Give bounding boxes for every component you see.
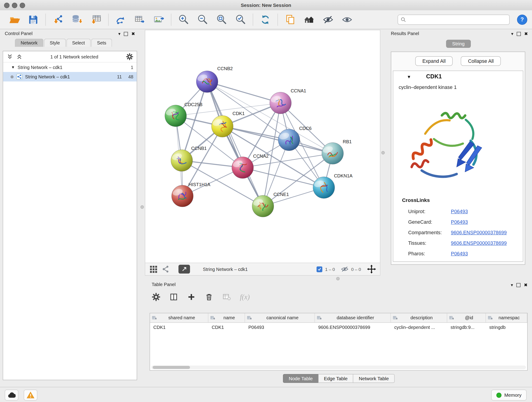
tab-edge-table[interactable]: Edge Table (318, 374, 354, 383)
column-sort-icon[interactable] (210, 315, 215, 320)
gear-icon[interactable] (126, 53, 133, 61)
neighborhood-button[interactable] (303, 13, 316, 26)
crosslink-link[interactable]: P06493 (451, 219, 468, 225)
cloud-button[interactable] (5, 390, 18, 400)
crosslink-link[interactable]: P06493 (451, 251, 468, 256)
network-list-panel: 1 of 1 Network selected ▼ String Network… (3, 51, 137, 380)
window-minimize-button[interactable] (12, 3, 17, 8)
pan-crosshair-icon[interactable] (367, 265, 376, 274)
table-cell: stringdb:9... (447, 325, 486, 330)
zoom-selected-button[interactable] (234, 13, 247, 26)
tab-style[interactable]: Style (44, 39, 66, 47)
column-header-canonical-name[interactable]: canonical name (245, 313, 315, 322)
network-collection-row[interactable]: ▼ String Network – cdk1 1 (3, 62, 137, 72)
splitter-handle[interactable] (336, 277, 340, 280)
node-label: CDKN1A (334, 173, 353, 178)
tree-caret-icon[interactable]: ▼ (11, 65, 15, 69)
column-header-shared-name[interactable]: shared name (150, 313, 209, 322)
panel-maximize-icon[interactable] (124, 32, 128, 36)
tab-network-table[interactable]: Network Table (353, 374, 394, 383)
column-header--id[interactable]: @id (447, 313, 486, 322)
grid-view-icon[interactable] (149, 265, 158, 274)
column-sort-icon[interactable] (393, 315, 398, 320)
crosslink-link[interactable]: P06493 (451, 209, 468, 214)
table-row[interactable]: CDK1CDK1P064939606.ENSP00000378699cyclin… (150, 323, 527, 332)
help-button[interactable]: ? (517, 14, 527, 25)
expand-all-icon[interactable] (16, 54, 23, 60)
import-network-database-button[interactable] (70, 13, 83, 26)
splitter-handle[interactable] (381, 151, 385, 154)
new-network-from-selection-button[interactable] (114, 13, 127, 26)
scrollbar-thumb[interactable] (152, 366, 190, 369)
table-horizontal-scrollbar[interactable] (151, 366, 526, 369)
network-overview-icon[interactable] (162, 265, 170, 274)
tab-select[interactable]: Select (66, 39, 91, 47)
panel-close-icon[interactable]: ✖ (524, 30, 528, 38)
window-close-button[interactable] (4, 3, 10, 8)
panel-maximize-icon[interactable] (516, 283, 520, 287)
column-header-name[interactable]: name (208, 313, 245, 322)
detach-view-button[interactable] (178, 265, 190, 274)
apply-layout-button[interactable] (259, 13, 272, 26)
search-input[interactable] (408, 17, 506, 23)
section-caret-icon[interactable]: ▼ (407, 74, 411, 79)
open-session-button[interactable] (8, 13, 21, 26)
zoom-out-button[interactable] (196, 13, 209, 26)
tab-network[interactable]: Network (15, 39, 43, 47)
collapse-all-icon[interactable] (6, 54, 13, 60)
save-session-button[interactable] (27, 13, 40, 26)
export-image-button[interactable] (152, 13, 165, 26)
selected-checkbox-icon[interactable] (317, 266, 322, 272)
column-header-description[interactable]: description (391, 313, 447, 322)
protein-section: ▼ CDK1 cyclin–dependent kinase 1 (393, 70, 523, 262)
splitter-handle[interactable] (140, 205, 144, 209)
import-table-button[interactable] (89, 13, 102, 26)
column-sort-icon[interactable] (317, 315, 322, 320)
zoom-fit-button[interactable] (215, 13, 228, 26)
show-all-button[interactable] (341, 13, 354, 26)
import-network-file-button[interactable] (51, 13, 64, 26)
column-sort-icon[interactable] (449, 315, 454, 320)
crosslink-link[interactable]: 9606.ENSP00000378699 (451, 240, 507, 246)
open-folder-icon (8, 14, 20, 25)
network-view[interactable]: CCNB2CCNA1CDC25BCDK1CDC6RB1CCNB1CCNA2CDK… (145, 30, 380, 275)
node-label: HIST1H1A (189, 182, 210, 187)
panel-maximize-icon[interactable] (517, 32, 521, 36)
network-graph[interactable]: CCNB2CCNA1CDC25BCDK1CDC6RB1CCNB1CCNA2CDK… (145, 30, 380, 263)
tab-sets[interactable]: Sets (91, 39, 112, 47)
tab-string[interactable]: String (446, 40, 471, 48)
column-sort-icon[interactable] (488, 315, 493, 320)
columns-icon[interactable] (169, 293, 178, 302)
zoom-in-button[interactable] (177, 13, 190, 26)
table-cell: cyclin–dependent ... (391, 325, 447, 330)
column-sort-icon[interactable] (247, 315, 252, 320)
clone-network-button[interactable] (284, 13, 297, 26)
column-sort-icon[interactable] (152, 315, 157, 320)
window-zoom-button[interactable] (20, 3, 25, 8)
trash-icon[interactable] (205, 293, 214, 302)
network-collection-label: String Network – cdk1 (18, 65, 63, 70)
collapse-all-button[interactable]: Collapse All (461, 56, 501, 66)
tab-node-table[interactable]: Node Table (283, 374, 318, 383)
panel-close-icon[interactable]: ✖ (131, 30, 135, 38)
warnings-button[interactable] (24, 390, 37, 400)
add-row-plus-icon[interactable] (187, 293, 196, 302)
column-header-namespac[interactable]: namespac (486, 313, 527, 322)
panel-collapse-icon[interactable]: ▾ (511, 30, 513, 38)
panel-collapse-icon[interactable]: ▾ (511, 281, 513, 289)
crosslink-link[interactable]: 9606.ENSP00000378699 (451, 230, 507, 235)
arrow-out-icon (181, 266, 187, 272)
export-table-button[interactable] (133, 13, 146, 26)
column-header-database-identifier[interactable]: database identifier (315, 313, 391, 322)
table-cell: CDK1 (150, 325, 209, 330)
panel-close-icon[interactable]: ✖ (524, 281, 528, 289)
node-label: RB1 (343, 139, 352, 144)
network-list-item[interactable]: String Network – cdk1 11 48 (3, 72, 137, 81)
expand-all-button[interactable]: Expand All (415, 56, 453, 66)
memory-button[interactable]: Memory (491, 390, 526, 400)
panel-collapse-icon[interactable]: ▾ (118, 30, 120, 38)
gear-icon[interactable] (152, 293, 161, 302)
results-panel-title: Results Panel (391, 31, 419, 36)
network-status-dot-icon (11, 75, 13, 78)
hide-selected-button[interactable] (322, 13, 335, 26)
